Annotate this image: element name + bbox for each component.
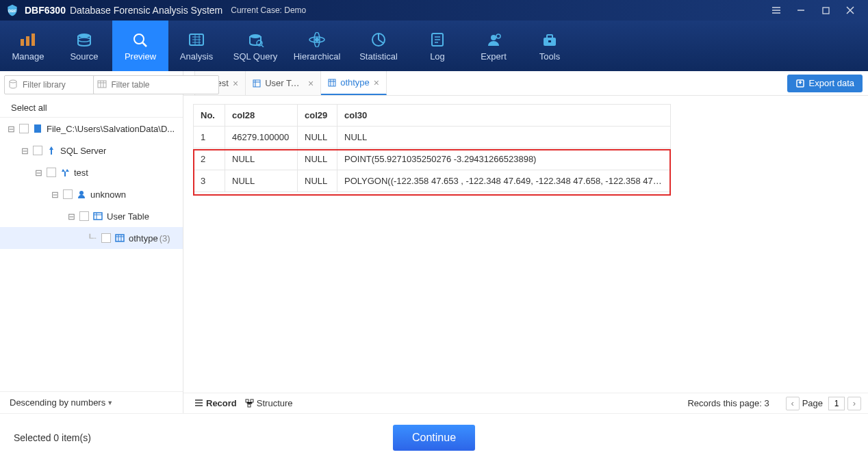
toolbar-analysis[interactable]: Analysis [168,21,225,71]
cell: NULL [337,127,671,148]
col-header[interactable]: col28 [225,105,298,127]
cell: NULL [225,148,298,170]
toolbar-statistical[interactable]: Statistical [348,21,409,71]
tree-label: User Table [107,211,149,222]
tree-node-schema[interactable]: ⊟ unknown [0,183,183,205]
tree-node-usertable[interactable]: ⊟ User Table [0,205,183,227]
svg-rect-4 [31,34,35,46]
toolbar-label: SQL Query [233,51,278,62]
toolbar-label: Expert [481,51,507,62]
svg-point-26 [79,191,84,195]
col-header[interactable]: No. [194,105,225,127]
sort-dropdown[interactable]: Descending by numbers ▼ [0,391,183,413]
manage-icon [18,31,38,49]
collapse-icon[interactable]: ⊟ [5,124,16,134]
toolbar-hierarchical[interactable]: Hierarchical [286,21,348,71]
sidebar: Select all ⊟ File_C:\Users\SalvationData… [0,71,183,413]
toolbar-expert[interactable]: Expert [465,21,522,71]
col-header[interactable]: col30 [337,105,671,127]
menu-icon[interactable] [764,0,789,21]
table-row[interactable]: 1 46279.100000 NULL NULL [194,127,671,148]
titlebar: DBF DBF6300 Database Forensic Analysis S… [0,0,868,21]
toolbar-label: Preview [125,51,156,62]
collapse-icon[interactable]: ⊟ [49,189,60,200]
server-icon [45,146,58,155]
svg-point-9 [250,34,261,38]
cell: 46279.100000 [225,127,298,148]
tools-icon [540,31,559,49]
tab-close-icon[interactable]: × [233,78,238,89]
toolbar-source[interactable]: Source [56,21,112,71]
tree-checkbox[interactable] [33,146,42,155]
tree-node-file[interactable]: ⊟ File_C:\Users\SalvationData\D... [0,118,183,140]
toolbar-sqlquery[interactable]: SQL Query [225,21,286,71]
source-icon [75,31,94,49]
view-structure-button[interactable]: Structure [241,398,297,408]
continue-label: Continue [412,432,456,443]
table-row[interactable]: 2 NULL NULL POINT(55.9271035250276 -3.29… [194,148,671,170]
tab-label: User Table [265,78,304,88]
svg-rect-3 [26,36,29,46]
current-case-label: Current Case: Demo [231,5,306,15]
data-grid: No. col28 col29 col30 1 46279.100000 NUL… [193,104,671,192]
svg-point-6 [78,38,90,42]
tree-node-othtype[interactable]: ┖╌ othtype (3) [0,227,183,249]
page-prev-button[interactable]: ‹ [786,397,800,410]
page-next-button[interactable]: › [847,397,861,410]
filter-table-icon [97,79,107,89]
tree-node-server[interactable]: ⊟ SQL Server [0,140,183,161]
app-logo-icon: DBF [5,3,19,17]
structure-icon [245,399,254,408]
tab-close-icon[interactable]: × [374,77,379,88]
cell: 3 [194,170,225,192]
tree-label: unknown [90,189,126,200]
toolbar-tools[interactable]: Tools [522,21,578,71]
tree-checkbox[interactable] [19,124,29,133]
tab-othtype[interactable]: othtype × [321,71,387,95]
collapse-icon[interactable]: ⊟ [33,168,44,178]
page-number-input[interactable] [828,397,845,410]
tab-close-icon[interactable]: × [308,78,314,89]
table-icon [92,211,104,221]
toolbar-label: Analysis [180,51,213,62]
export-icon [795,79,805,88]
toolbar-manage[interactable]: Manage [0,21,56,71]
db-icon [59,168,71,177]
tree: ⊟ File_C:\Users\SalvationData\D... ⊟ SQL… [0,118,183,391]
collapse-icon[interactable]: ⊟ [66,211,77,222]
cell: NULL [298,170,337,192]
minimize-button[interactable] [789,0,813,21]
cell: 2 [194,148,225,170]
tree-checkbox[interactable] [101,233,111,243]
tab-usertable[interactable]: User Table × [246,71,321,95]
svg-rect-24 [51,150,52,155]
toolbar-log[interactable]: Log [409,21,465,71]
close-button[interactable] [838,0,863,21]
table-row[interactable]: 3 NULL NULL POLYGON((-122.358 47.653 , -… [194,170,671,192]
product-name: DBF6300 [25,5,66,16]
svg-rect-25 [64,172,66,176]
preview-icon [131,31,150,49]
select-all-row[interactable]: Select all [0,98,183,118]
filter-table-input[interactable] [93,75,219,94]
tree-checkbox[interactable] [47,168,56,177]
svg-rect-27 [94,213,102,220]
maximize-button[interactable] [813,0,838,21]
toolbar-preview[interactable]: Preview [112,21,168,71]
export-label: Export data [809,78,855,88]
continue-button[interactable]: Continue [393,425,475,451]
tree-node-db[interactable]: ⊟ test [0,161,183,183]
view-record-button[interactable]: Record [190,398,241,408]
svg-rect-29 [253,80,260,87]
tree-checkbox[interactable] [79,211,89,221]
export-data-button[interactable]: Export data [787,75,863,92]
col-header[interactable]: col29 [298,105,337,127]
cell: NULL [298,148,337,170]
collapse-icon[interactable]: ⊟ [19,146,30,156]
page-label: Page [802,398,823,408]
tree-label: SQL Server [60,146,106,156]
select-all-label: Select all [11,103,47,113]
cell: 1 [194,127,225,148]
svg-rect-22 [98,81,106,88]
tree-checkbox[interactable] [63,189,73,199]
